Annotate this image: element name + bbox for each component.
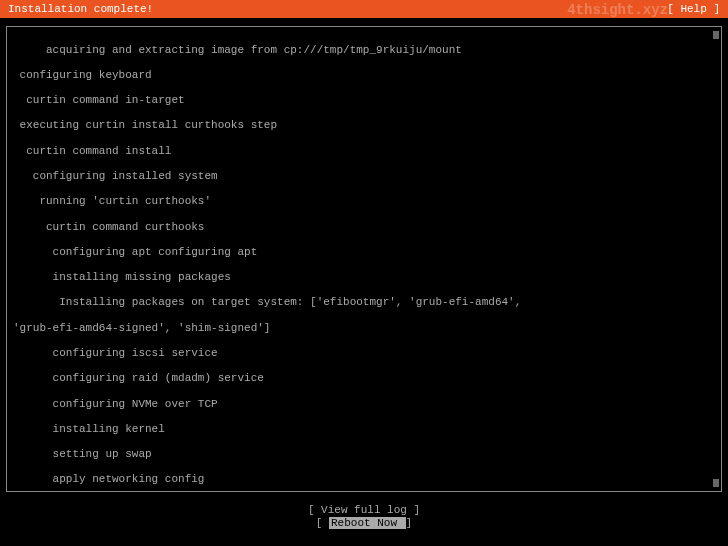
help-button[interactable]: [ Help ]	[667, 3, 720, 16]
log-line: Installing packages on target system: ['…	[13, 296, 715, 309]
log-line: configuring NVMe over TCP	[13, 398, 715, 411]
scroll-handle-top[interactable]	[713, 31, 719, 39]
log-line: configuring installed system	[13, 170, 715, 183]
log-line: configuring apt configuring apt	[13, 246, 715, 259]
install-title: Installation complete!	[8, 3, 153, 16]
log-line: curtin command install	[13, 145, 715, 158]
content-wrap: acquiring and extracting image from cp:/…	[0, 18, 728, 529]
scroll-handle-bottom[interactable]	[713, 479, 719, 487]
log-line: acquiring and extracting image from cp:/…	[13, 44, 715, 57]
view-full-log-button[interactable]: [ View full log ]	[6, 504, 722, 517]
log-line: 'grub-efi-amd64-signed', 'shim-signed']	[13, 322, 715, 335]
log-line: configuring iscsi service	[13, 347, 715, 360]
log-line: curtin command curthooks	[13, 221, 715, 234]
log-line: installing missing packages	[13, 271, 715, 284]
log-line: configuring keyboard	[13, 69, 715, 82]
view-full-log-label: [ View full log ]	[308, 504, 420, 516]
reboot-now-label: Reboot Now	[329, 517, 406, 529]
reboot-left-bracket: [	[316, 517, 329, 529]
log-line: setting up swap	[13, 448, 715, 461]
reboot-now-button[interactable]: [ Reboot Now ]	[6, 517, 722, 530]
log-line: curtin command in-target	[13, 94, 715, 107]
log-scrollbar[interactable]	[713, 31, 719, 487]
footer-buttons: [ View full log ] [ Reboot Now ]	[6, 504, 722, 529]
install-log: acquiring and extracting image from cp:/…	[6, 26, 722, 492]
log-line: running 'curtin curthooks'	[13, 195, 715, 208]
reboot-right-bracket: ]	[406, 517, 413, 529]
log-line: installing kernel	[13, 423, 715, 436]
header-bar: Installation complete! [ Help ]	[0, 0, 728, 18]
log-line: apply networking config	[13, 473, 715, 486]
log-line: configuring raid (mdadm) service	[13, 372, 715, 385]
log-line: executing curtin install curthooks step	[13, 119, 715, 132]
